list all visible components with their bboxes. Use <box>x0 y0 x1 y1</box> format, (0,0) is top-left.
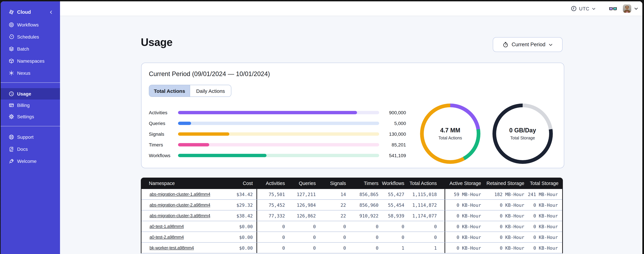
col-namespace: Namespace <box>141 180 228 186</box>
tab-total-actions[interactable]: Total Actions <box>149 85 190 96</box>
signals-cell: 0 <box>318 245 348 250</box>
sidebar-item-settings[interactable]: Settings <box>1 111 60 122</box>
sidebar-item-usage[interactable]: Usage <box>1 88 60 100</box>
retained-storage-cell: 0 KB-Hour <box>484 245 527 250</box>
avatar[interactable] <box>623 4 631 13</box>
timers-cell: 856,960 <box>348 202 380 208</box>
period-selector-button[interactable]: Current Period <box>493 37 562 52</box>
bar-value: 130,000 <box>379 131 406 137</box>
namespace-cell: a0-test-1.a98mm4 <box>142 224 228 229</box>
sidebar-item-namespaces[interactable]: Namespaces <box>1 55 60 67</box>
sidebar-item-billing[interactable]: Billing <box>1 100 60 111</box>
queries-cell: 0 <box>287 224 318 229</box>
sidebar-item-workflows[interactable]: Workflows <box>1 19 60 31</box>
main-area: UTC <box>60 1 642 254</box>
top-bar: UTC <box>60 1 642 16</box>
bar-fill <box>178 122 191 125</box>
nexus-asterisk-icon <box>9 70 14 76</box>
col-total-actions: Total Actions <box>406 180 444 186</box>
queries-cell: 0 <box>287 245 318 250</box>
usage-bar-row: Timers 85,201 <box>149 142 406 148</box>
cost-cell: $0.00 <box>228 224 256 229</box>
activities-cell: 0 <box>256 221 287 232</box>
activities-cell: 0 <box>256 232 287 242</box>
cost-cell: $0.00 <box>228 245 256 250</box>
period-button-label: Current Period <box>512 42 546 48</box>
col-queries: Queries <box>287 180 318 186</box>
table-body: abs-migration-cluster-1.a98mm4 $34.42 75… <box>141 189 563 253</box>
namespace-link[interactable]: abs-migration-cluster-2.a98mm4 <box>150 202 210 208</box>
namespace-cell: bk-worker-test.a98mm4 <box>142 245 228 250</box>
bar-value: 541,109 <box>379 153 406 158</box>
sidebar-item-nexus[interactable]: Nexus <box>1 67 60 79</box>
bar-track <box>178 132 379 136</box>
cost-cell: $29.32 <box>228 202 256 208</box>
table-row: abs-migration-cluster-2.a98mm4 $29.32 75… <box>142 200 562 210</box>
timers-cell: 0 <box>348 234 380 240</box>
namespace-cell: a0-test-2.a98mm4 <box>142 234 228 240</box>
namespace-usage-table: Namespace Cost Activities Queries Signal… <box>141 178 563 253</box>
account-menu-button[interactable] <box>634 6 638 11</box>
timers-cell: 910,922 <box>348 213 380 218</box>
total-actions-cell: 1,115,018 <box>406 192 444 197</box>
table-row: bk-worker-test.a98mm4 $0.00 0 0 0 0 1 1 … <box>142 242 562 253</box>
sidebar-item-docs[interactable]: Docs <box>1 143 60 155</box>
settings-gear-icon <box>9 114 14 119</box>
col-retained-storage: Retained Storage <box>484 180 527 186</box>
bar-fill <box>178 154 266 157</box>
actions-view-tabs: Total Actions Daily Actions <box>149 85 231 97</box>
namespace-link[interactable]: abs-migration-cluster-1.a98mm4 <box>150 192 210 197</box>
sidebar-divider <box>1 126 60 126</box>
current-period-card: Current Period (09/01/2024 — 10/01/2024)… <box>141 63 564 168</box>
signals-cell: 0 <box>318 234 348 240</box>
total-storage-cell: 0 KB-Hour <box>527 202 562 208</box>
total-actions-cell: 1,174,077 <box>406 213 444 218</box>
col-workflows: Workflows <box>380 180 406 186</box>
table-header: Namespace Cost Activities Queries Signal… <box>141 178 563 189</box>
sidebar-item-schedules[interactable]: Schedules <box>1 31 60 43</box>
timezone-selector[interactable]: UTC <box>571 6 596 12</box>
namespace-link[interactable]: abs-migration-cluster-3.a98mm4 <box>150 213 210 218</box>
retained-storage-cell: 0 KB-Hour <box>484 224 527 229</box>
sidebar: Cloud Workflows Schedules <box>1 1 60 254</box>
namespace-link[interactable]: a0-test-2.a98mm4 <box>150 234 184 240</box>
timezone-label: UTC <box>579 6 589 11</box>
tab-daily-actions[interactable]: Daily Actions <box>190 85 231 96</box>
sidebar-item-batch[interactable]: Batch <box>1 43 60 55</box>
sidebar-item-welcome[interactable]: Welcome <box>1 155 60 167</box>
sidebar-item-support[interactable]: Support <box>1 131 60 143</box>
workflows-cell: 58,939 <box>380 213 406 218</box>
donut-center: 0 GB/Day Total Storage <box>492 104 553 164</box>
active-storage-cell: 0 KB-Hour <box>444 232 484 242</box>
total-actions-value: 4.7 MM <box>440 127 460 134</box>
namespace-link[interactable]: bk-worker-test.a98mm4 <box>150 245 194 250</box>
feedback-glasses-button[interactable] <box>609 6 617 11</box>
queries-cell: 126,862 <box>287 213 318 218</box>
usage-bar-row: Workflows 541,109 <box>149 152 406 159</box>
workflows-cell: 55,454 <box>380 202 406 208</box>
billing-card-icon <box>9 102 14 108</box>
col-activities: Activities <box>256 180 287 186</box>
active-storage-cell: 59 MB-Hour <box>444 189 484 200</box>
namespace-cell: abs-migration-cluster-3.a98mm4 <box>142 213 228 218</box>
bar-track <box>178 111 379 114</box>
bar-label: Workflows <box>149 153 178 158</box>
active-storage-cell: 0 KB-Hour <box>444 200 484 210</box>
total-storage-cell: 0 KB-Hour <box>527 224 562 229</box>
total-storage-value: 0 GB/Day <box>509 127 536 134</box>
bar-fill <box>178 143 209 146</box>
signals-cell: 14 <box>318 192 348 197</box>
bar-label: Timers <box>149 142 178 148</box>
active-storage-cell: 0 KB-Hour <box>444 242 484 253</box>
namespace-link[interactable]: a0-test-1.a98mm4 <box>150 224 184 229</box>
usage-bar-row: Signals 130,000 <box>149 131 406 138</box>
cost-cell: $38.42 <box>228 213 256 218</box>
total-actions-cell: 1,114,872 <box>406 202 444 208</box>
bar-track <box>178 154 379 157</box>
timers-cell: 0 <box>348 245 380 250</box>
sidebar-brand-cloud[interactable]: Cloud <box>1 6 60 18</box>
chevron-down-icon <box>592 6 596 10</box>
sidebar-collapse-icon[interactable] <box>49 10 53 14</box>
sidebar-divider <box>1 82 60 83</box>
timers-cell: 856,865 <box>348 192 380 197</box>
